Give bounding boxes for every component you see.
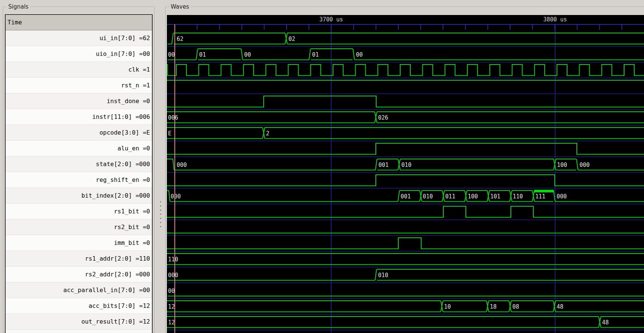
signal-row-opcode-3-0-[interactable]: opcode[3:0] =E xyxy=(6,125,152,141)
waves-frame-label: Waves xyxy=(169,3,191,10)
svg-text:000: 000 xyxy=(579,162,590,168)
pane-splitter[interactable] xyxy=(157,14,165,332)
svg-text:18: 18 xyxy=(490,303,497,310)
gtkwave-window: { "signals_panel": { "frame_label": "Sig… xyxy=(0,0,644,333)
svg-text:110: 110 xyxy=(513,193,523,200)
splitter-grip-icon xyxy=(160,187,162,229)
signal-row-inst_done[interactable]: inst_done =0 xyxy=(6,93,152,109)
signal-row-instr-11-0-[interactable]: instr[11:0] =006 xyxy=(6,109,152,125)
svg-text:100: 100 xyxy=(557,162,567,168)
svg-text:00: 00 xyxy=(168,51,175,58)
signal-row-acc_bits-7-0-[interactable]: acc_bits[7:0] =12 xyxy=(6,298,152,314)
svg-text:111: 111 xyxy=(535,193,545,200)
signal-row-rst_n[interactable]: rst_n =1 xyxy=(6,78,152,93)
signal-row-ui_in-7-0-[interactable]: ui_in[7:0] =62 xyxy=(6,30,152,46)
signal-row-out_result-7-0-[interactable]: out_result[7:0] =12 xyxy=(6,314,152,330)
svg-text:48: 48 xyxy=(557,303,563,310)
svg-text:3700 us: 3700 us xyxy=(319,16,343,23)
svg-text:001: 001 xyxy=(401,193,411,200)
signals-frame-label: Signals xyxy=(7,3,30,10)
signal-row-alu_en[interactable]: alu_en =0 xyxy=(6,141,152,156)
svg-text:000: 000 xyxy=(177,162,187,168)
svg-text:00: 00 xyxy=(168,288,175,294)
svg-text:010: 010 xyxy=(378,272,388,279)
wave-canvas[interactable]: 3700 us3800 us62020001000100006026E20000… xyxy=(167,15,644,333)
signal-rows: ui_in[7:0] =62uio_in[7:0] =00clk =1rst_n… xyxy=(6,30,152,330)
signal-row-rs2_addr-2-0-[interactable]: rs2_addr[2:0] =000 xyxy=(6,267,152,282)
svg-text:006: 006 xyxy=(168,114,178,121)
svg-text:101: 101 xyxy=(490,193,500,200)
svg-text:000: 000 xyxy=(168,272,178,279)
signal-row-state-2-0-[interactable]: state[2:0] =000 xyxy=(6,156,152,172)
svg-text:026: 026 xyxy=(378,114,388,121)
svg-text:E: E xyxy=(168,130,171,137)
signal-row-clk[interactable]: clk =1 xyxy=(6,62,152,78)
svg-text:62: 62 xyxy=(177,36,183,42)
svg-text:110: 110 xyxy=(168,256,178,263)
svg-text:12: 12 xyxy=(168,319,175,326)
svg-text:2: 2 xyxy=(266,130,269,137)
signal-row-bit_index-2-0-[interactable]: bit_index[2:0] =000 xyxy=(6,188,152,204)
svg-text:01: 01 xyxy=(199,51,206,58)
signal-row-rs1_bit[interactable]: rs1_bit =0 xyxy=(6,204,152,219)
signal-row-reg_shift_en[interactable]: reg_shift_en =0 xyxy=(6,172,152,188)
svg-text:000: 000 xyxy=(171,193,181,200)
signal-row-imm_bit[interactable]: imm_bit =0 xyxy=(6,235,152,251)
svg-text:10: 10 xyxy=(444,303,451,310)
svg-text:3800 us: 3800 us xyxy=(543,16,567,23)
svg-text:011: 011 xyxy=(445,193,455,200)
svg-text:001: 001 xyxy=(378,162,389,168)
svg-text:00: 00 xyxy=(244,51,251,58)
signal-row-uio_in-7-0-[interactable]: uio_in[7:0] =00 xyxy=(6,46,152,62)
svg-text:48: 48 xyxy=(602,319,609,326)
svg-text:010: 010 xyxy=(401,162,411,168)
svg-text:100: 100 xyxy=(468,193,478,200)
time-header: Time xyxy=(6,15,152,30)
svg-text:000: 000 xyxy=(557,193,567,200)
signal-name-panel: Time ui_in[7:0] =62uio_in[7:0] =00clk =1… xyxy=(5,14,153,333)
signal-row-acc_parallel_in-7-0-[interactable]: acc_parallel_in[7:0] =00 xyxy=(6,282,152,298)
signal-row-rs1_addr-2-0-[interactable]: rs1_addr[2:0] =110 xyxy=(6,251,152,267)
svg-text:02: 02 xyxy=(288,36,295,42)
svg-text:12: 12 xyxy=(168,303,175,310)
svg-text:01: 01 xyxy=(312,51,319,58)
svg-text:010: 010 xyxy=(423,193,433,200)
svg-text:00: 00 xyxy=(356,51,363,58)
signal-row-rs2_bit[interactable]: rs2_bit =0 xyxy=(6,219,152,235)
svg-text:08: 08 xyxy=(512,303,519,310)
